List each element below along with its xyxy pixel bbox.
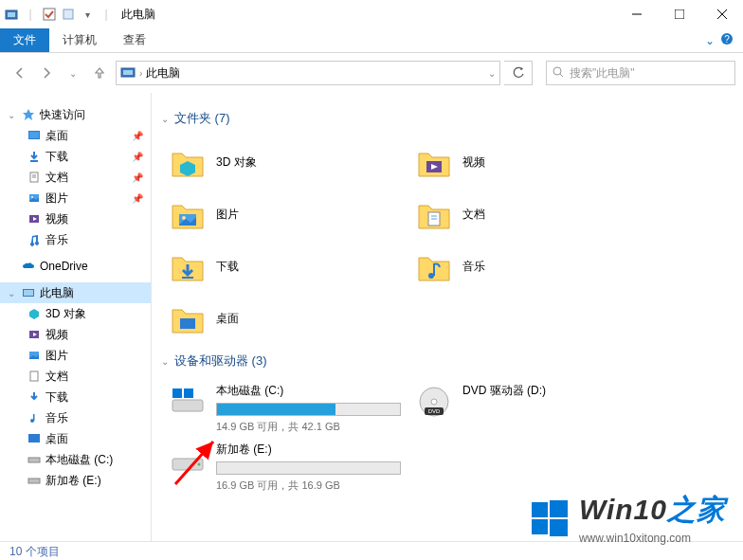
svg-rect-42 — [180, 318, 195, 329]
group-folders[interactable]: ⌄ 文件夹 (7) — [161, 110, 743, 127]
svg-rect-55 — [532, 519, 548, 534]
folder-music[interactable]: 音乐 — [408, 241, 654, 293]
music-icon — [27, 410, 42, 425]
svg-rect-44 — [172, 388, 182, 398]
windows-logo-icon — [530, 498, 570, 538]
search-input[interactable]: 搜索"此电脑" — [546, 61, 735, 85]
svg-text:?: ? — [724, 34, 730, 45]
drive-e-name: 新加卷 (E:) — [216, 442, 401, 458]
svg-rect-29 — [33, 414, 35, 421]
folder-documents[interactable]: 文档 — [408, 189, 654, 241]
svg-rect-2 — [44, 9, 55, 20]
svg-rect-15 — [29, 132, 39, 138]
sidebar-pc-desktop[interactable]: 桌面 — [0, 428, 151, 449]
pc-icon — [21, 285, 36, 300]
ribbon-expand-icon[interactable]: ⌄ — [705, 34, 715, 47]
drive-c-stats: 14.9 GB 可用，共 42.1 GB — [216, 420, 401, 434]
videos-folder-icon — [415, 144, 453, 182]
group-drives[interactable]: ⌄ 设备和驱动器 (3) — [161, 352, 743, 370]
folder-desktop[interactable]: 桌面 — [161, 293, 408, 345]
pin-icon: 📌 — [132, 193, 143, 204]
pin-icon: 📌 — [132, 152, 143, 162]
breadcrumb-dropdown-icon[interactable]: ⌄ — [488, 68, 496, 79]
chevron-down-icon[interactable]: ⌄ — [6, 288, 17, 298]
sidebar-qa-videos[interactable]: 视频 — [0, 208, 151, 229]
downloads-folder-icon — [169, 248, 207, 286]
desktop-folder-icon — [169, 300, 207, 338]
tab-file[interactable]: 文件 — [0, 28, 49, 52]
content: ⌄ 快速访问 桌面📌 下载📌 文档📌 图片📌 视频 音乐 OneDrive ⌄ … — [0, 93, 743, 541]
sidebar-thispc[interactable]: ⌄ 此电脑 — [0, 282, 151, 303]
minimize-button[interactable] — [615, 0, 658, 28]
documents-icon — [27, 369, 42, 384]
svg-rect-32 — [28, 479, 40, 483]
qat-sep2: | — [99, 7, 114, 22]
nav-buttons: ⌄ — [8, 62, 112, 84]
window-controls — [615, 0, 743, 28]
sidebar-pc-documents[interactable]: 文档 — [0, 366, 151, 387]
svg-rect-24 — [24, 290, 33, 296]
svg-rect-1 — [8, 12, 15, 17]
close-button[interactable] — [700, 0, 743, 28]
pictures-icon — [27, 348, 42, 363]
breadcrumb-sep-icon: › — [139, 68, 142, 79]
sidebar-pc-videos[interactable]: 视频 — [0, 324, 151, 345]
folder-3dobjects[interactable]: 3D 对象 — [161, 136, 408, 189]
sidebar-qa-desktop[interactable]: 桌面📌 — [0, 125, 151, 146]
svg-rect-27 — [30, 371, 38, 381]
help-icon[interactable]: ? — [720, 32, 734, 48]
documents-folder-icon — [415, 196, 453, 234]
chevron-down-icon[interactable]: ⌄ — [6, 110, 17, 120]
desktop-icon — [27, 431, 42, 446]
up-button[interactable] — [87, 62, 112, 84]
refresh-button[interactable] — [504, 61, 533, 85]
folders-grid: 3D 对象 视频 图片 文档 下载 音乐 桌面 — [161, 136, 743, 345]
group-folders-label: 文件夹 (7) — [174, 110, 230, 127]
pictures-folder-icon — [169, 196, 207, 234]
downloads-icon — [27, 149, 42, 164]
sidebar-qa-documents[interactable]: 文档📌 — [0, 167, 151, 188]
app-icon — [4, 7, 19, 22]
recent-dropdown[interactable]: ⌄ — [61, 62, 85, 84]
sidebar-pc-3dobjects[interactable]: 3D 对象 — [0, 303, 151, 324]
breadcrumb[interactable]: › 此电脑 ⌄ — [116, 61, 500, 85]
folder-videos[interactable]: 视频 — [408, 136, 654, 189]
sidebar-qa-pictures[interactable]: 图片📌 — [0, 188, 151, 208]
sidebar-pc-downloads[interactable]: 下载 — [0, 387, 151, 407]
folder-pictures[interactable]: 图片 — [161, 189, 408, 241]
sidebar-pc-drive-c[interactable]: 本地磁盘 (C:) — [0, 449, 151, 470]
sidebar-onedrive[interactable]: OneDrive — [0, 256, 151, 277]
qat-icon[interactable] — [61, 7, 76, 22]
3d-folder-icon — [169, 144, 207, 182]
videos-icon — [27, 211, 42, 226]
tab-view[interactable]: 查看 — [110, 28, 159, 52]
sidebar-quickaccess[interactable]: ⌄ 快速访问 — [0, 104, 151, 125]
qat-checkbox-icon[interactable] — [42, 7, 57, 22]
drive-icon — [27, 452, 42, 467]
sidebar-pc-music[interactable]: 音乐 — [0, 407, 151, 428]
breadcrumb-location[interactable]: 此电脑 — [146, 65, 180, 81]
tab-computer[interactable]: 计算机 — [49, 28, 110, 52]
svg-point-21 — [31, 196, 33, 198]
drive-c-icon — [169, 383, 207, 421]
svg-point-12 — [553, 67, 561, 75]
maximize-button[interactable] — [658, 0, 700, 28]
back-button[interactable] — [8, 62, 32, 84]
documents-icon — [27, 170, 42, 185]
pin-icon: 📌 — [132, 172, 143, 183]
address-bar: ⌄ › 此电脑 ⌄ 搜索"此电脑" — [0, 53, 743, 93]
sidebar-pc-pictures[interactable]: 图片 — [0, 345, 151, 366]
svg-rect-54 — [550, 500, 568, 517]
folder-downloads[interactable]: 下载 — [161, 241, 408, 293]
svg-line-52 — [175, 442, 213, 484]
sidebar-pc-drive-e[interactable]: 新加卷 (E:) — [0, 470, 151, 491]
qat-dropdown-icon[interactable]: ▾ — [80, 7, 95, 22]
drive-dvd[interactable]: DVD DVD 驱动器 (D:) — [408, 379, 654, 438]
sidebar-qa-downloads[interactable]: 下载📌 — [0, 146, 151, 167]
chevron-down-icon: ⌄ — [161, 356, 169, 367]
svg-text:DVD: DVD — [428, 408, 441, 414]
sidebar-qa-music[interactable]: 音乐 — [0, 229, 151, 250]
desktop-icon — [27, 128, 42, 143]
forward-button[interactable] — [34, 62, 59, 84]
drive-c[interactable]: 本地磁盘 (C:) 14.9 GB 可用，共 42.1 GB — [161, 379, 408, 438]
